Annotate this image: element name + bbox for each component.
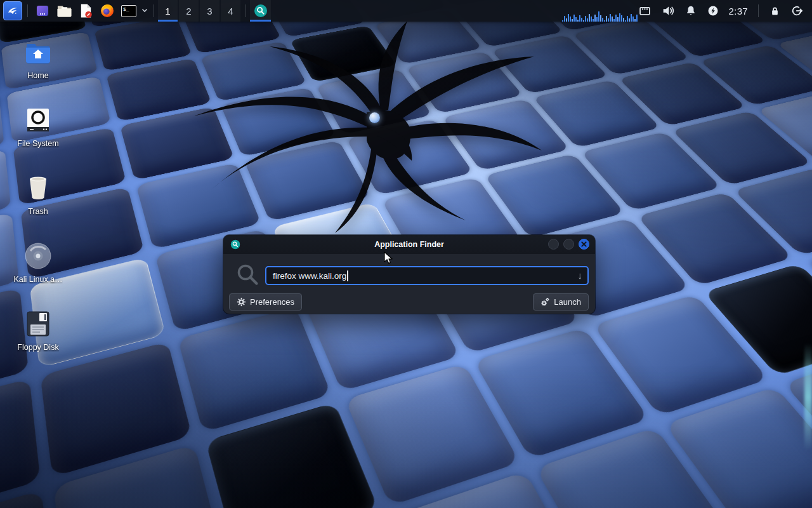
network-monitor-graph[interactable]	[562, 11, 641, 22]
trash-bin-icon	[25, 173, 51, 203]
top-panel: $_ 1 2 3 4	[0, 0, 812, 22]
workspace-number: 1	[165, 6, 170, 17]
text-editor-button[interactable]	[76, 1, 95, 20]
search-input-value: firefox www.kali.org	[273, 271, 346, 281]
gear-icon	[237, 297, 246, 307]
terminal-button[interactable]: $_	[119, 1, 138, 20]
file-manager-button[interactable]	[55, 1, 74, 20]
volume-tray-button[interactable]	[661, 4, 675, 18]
text-caret	[347, 271, 348, 281]
desktop-icon-home[interactable]: Home	[5, 34, 71, 102]
screen-lock-button[interactable]	[769, 5, 781, 17]
file-system-drive-icon	[25, 105, 51, 135]
desktop-icon-list: Home File System Trash	[5, 34, 71, 373]
terminal-glyph-text: $_	[123, 6, 129, 12]
firefox-icon	[100, 3, 115, 18]
launch-label: Launch	[554, 297, 581, 307]
power-manager-icon	[707, 4, 719, 17]
window-title: Application Finder	[223, 240, 595, 249]
desktop-icon-label: Kali Linux a…	[13, 275, 62, 284]
desktop-icon-label: Trash	[28, 207, 48, 216]
show-desktop-icon	[35, 3, 50, 18]
search-input[interactable]: firefox www.kali.org ↓	[265, 266, 589, 285]
application-finder-icon	[254, 4, 268, 18]
desktop-icon-label: File System	[17, 139, 58, 148]
applications-menu-button[interactable]	[3, 1, 22, 20]
input-device-tray-button[interactable]	[638, 4, 652, 18]
launch-button[interactable]: Launch	[533, 293, 589, 311]
panel-separator	[758, 4, 759, 17]
workspace-1[interactable]: 1	[158, 0, 178, 22]
kali-logo-icon	[6, 4, 20, 18]
terminal-dropdown-button[interactable]	[140, 5, 150, 17]
maximize-button[interactable]	[563, 239, 574, 250]
preferences-label: Preferences	[250, 297, 294, 307]
close-button[interactable]	[579, 239, 589, 250]
desktop-icon-label: Floppy Disk	[17, 343, 58, 352]
workspace-3[interactable]: 3	[200, 0, 219, 22]
desktop-icon-label: Home	[27, 71, 48, 80]
lock-icon	[769, 5, 781, 17]
firefox-button[interactable]	[98, 1, 117, 20]
panel-separator	[154, 4, 154, 17]
desktop-icon-floppy[interactable]: Floppy Disk	[5, 305, 71, 373]
clock[interactable]: 2:37	[729, 6, 748, 17]
folder-icon	[56, 4, 72, 18]
workspace-number: 2	[186, 6, 191, 17]
window-icon	[230, 239, 240, 250]
launch-icon	[540, 297, 550, 307]
bell-icon	[684, 4, 697, 17]
show-desktop-button[interactable]	[33, 1, 52, 20]
panel-separator	[246, 4, 246, 17]
notifications-tray-button[interactable]	[684, 4, 697, 17]
text-editor-icon	[79, 3, 93, 18]
window-controls	[548, 239, 589, 250]
minimize-button[interactable]	[548, 239, 559, 250]
application-finder-task-button[interactable]	[250, 0, 271, 22]
panel-left-group: $_ 1 2 3 4	[0, 0, 271, 22]
desktop-icon-kali-cd[interactable]: Kali Linux a…	[5, 237, 71, 305]
workspace-number: 4	[228, 6, 233, 17]
glass-sphere	[369, 112, 380, 123]
titlebar[interactable]: Application Finder	[223, 235, 595, 254]
terminal-icon: $_	[121, 5, 136, 17]
panel-separator	[27, 4, 28, 17]
input-device-icon	[638, 4, 652, 18]
home-folder-icon	[25, 37, 51, 67]
dropdown-arrow-icon[interactable]: ↓	[578, 270, 583, 281]
chevron-down-icon	[141, 6, 148, 14]
power-manager-tray-button[interactable]	[707, 4, 719, 17]
floppy-disk-icon	[26, 309, 50, 338]
kali-dragon-silhouette	[159, 10, 603, 238]
preferences-button[interactable]: Preferences	[229, 293, 302, 311]
application-finder-window: Application Finder firefox www.kali.org …	[223, 235, 595, 314]
kali-cd-disc-icon	[24, 241, 52, 271]
workspace-number: 3	[207, 6, 212, 17]
workspace-4[interactable]: 4	[221, 0, 240, 22]
close-icon	[581, 241, 587, 247]
volume-icon	[661, 4, 675, 18]
panel-tray-group: 2:37	[638, 0, 812, 22]
logout-button[interactable]	[790, 4, 803, 17]
workspace-2[interactable]: 2	[179, 0, 199, 22]
logout-icon	[790, 4, 803, 17]
search-icon	[235, 262, 261, 288]
desktop-icon-file-system[interactable]: File System	[5, 102, 71, 170]
desktop-icon-trash[interactable]: Trash	[5, 170, 71, 237]
